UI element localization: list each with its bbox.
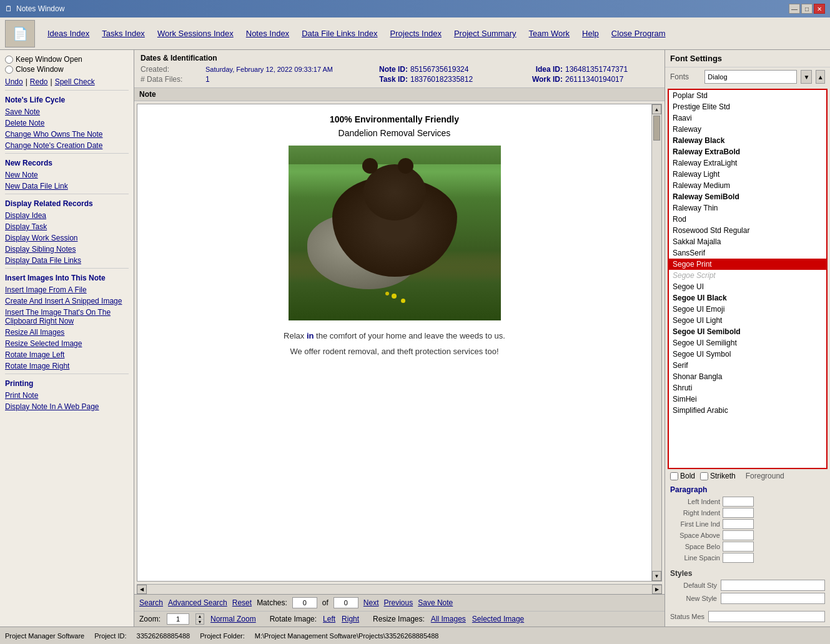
font-list-item[interactable]: Shruti [669,382,826,394]
save-note-search-link[interactable]: Save Note [418,598,453,607]
status-message-input[interactable] [708,611,825,622]
zoom-down-btn[interactable]: ▼ [196,620,204,625]
font-list-item[interactable]: Raleway SemiBold [669,191,826,202]
selected-image-link[interactable]: Selected Image [472,615,524,623]
display-task-link[interactable]: Display Task [5,222,129,232]
of-value[interactable] [333,597,358,608]
font-list-item[interactable]: Raleway [669,124,826,135]
menu-help[interactable]: Help [577,26,604,41]
font-list-item[interactable]: Raleway Thin [669,202,826,214]
zoom-input[interactable] [167,613,189,625]
close-button[interactable]: ✕ [814,4,825,14]
spell-check-link[interactable]: Spell Check [55,77,95,86]
strikethrough-checkbox[interactable]: Striketh [700,472,736,480]
close-window-option[interactable]: Close Window [5,65,129,74]
menu-close-program[interactable]: Close Program [606,26,671,41]
menu-work-sessions-index[interactable]: Work Sessions Index [152,26,239,41]
default-style-input[interactable] [721,580,825,591]
undo-link[interactable]: Undo [5,77,23,86]
font-list-item[interactable]: Raleway Light [669,169,826,180]
rotate-right-link[interactable]: Rotate Image Right [5,361,129,371]
menu-projects-index[interactable]: Projects Index [385,26,447,41]
change-creation-date-link[interactable]: Change Note's Creation Date [5,141,129,151]
font-list-item[interactable]: Segoe UI Symbol [669,349,826,360]
space-above-input[interactable] [723,530,754,540]
menu-data-file-links-index[interactable]: Data File Links Index [297,26,382,41]
keep-window-open-option[interactable]: Keep Window Open [5,55,129,64]
font-list-item[interactable]: Segoe UI Black [669,292,826,304]
zoom-spinner[interactable]: ▲ ▼ [195,613,204,625]
save-note-link[interactable]: Save Note [5,107,129,117]
menu-ideas-index[interactable]: Ideas Index [42,26,94,41]
zoom-up-btn[interactable]: ▲ [196,614,204,620]
change-owner-link[interactable]: Change Who Owns The Note [5,129,129,139]
display-sibling-notes-link[interactable]: Display Sibling Notes [5,244,129,254]
insert-clipboard-image-link[interactable]: Insert The Image That's On The Clipboard… [5,307,129,326]
strikethrough-check[interactable] [700,472,708,480]
font-list-item[interactable]: Shonar Bangla [669,371,826,382]
font-list-item[interactable]: Segoe UI Semibold [669,326,826,337]
display-idea-link[interactable]: Display Idea [5,211,129,220]
matches-value[interactable] [292,597,317,608]
new-note-link[interactable]: New Note [5,170,129,180]
font-list-item[interactable]: Raleway Black [669,135,826,146]
menu-tasks-index[interactable]: Tasks Index [97,26,150,41]
insert-image-file-link[interactable]: Insert Image From A File [5,285,129,295]
new-data-file-link[interactable]: New Data File Link [5,181,129,191]
fonts-input[interactable] [704,70,797,84]
menu-team-work[interactable]: Team Work [524,26,575,41]
close-window-radio[interactable] [5,66,13,74]
note-vertical-scrollbar[interactable]: ▲ ▼ [651,104,661,581]
font-list-item[interactable]: Raleway ExtraBold [669,146,826,157]
font-list-item[interactable]: Prestige Elite Std [669,101,826,112]
rotate-right-zoom-link[interactable]: Right [342,615,359,623]
right-indent-input[interactable] [723,508,754,518]
resize-selected-image-link[interactable]: Resize Selected Image [5,339,129,349]
font-list-item[interactable]: Rosewood Std Regular [669,225,826,236]
note-editor[interactable]: 100% Environmentally Friendly Dandelion … [137,104,651,581]
resize-all-images-link[interactable]: Resize All Images [5,327,129,337]
font-list-item[interactable]: Segoe UI Emoji [669,304,826,315]
first-line-input[interactable] [723,519,754,529]
font-list-item[interactable]: SansSerif [669,247,826,259]
maximize-button[interactable]: □ [801,4,813,14]
font-list-item[interactable]: Serif [669,360,826,371]
minimize-button[interactable]: — [789,4,800,14]
search-link[interactable]: Search [139,598,163,607]
fonts-scroll-up-btn[interactable]: ▲ [816,70,825,84]
menu-project-summary[interactable]: Project Summary [449,26,521,41]
font-list-item[interactable]: Segoe Print [669,259,826,270]
redo-link[interactable]: Redo [30,77,48,86]
reset-link[interactable]: Reset [232,598,252,607]
space-below-input[interactable] [723,542,754,552]
advanced-search-link[interactable]: Advanced Search [168,598,227,607]
font-list-item[interactable]: Rod [669,214,826,225]
bold-check[interactable] [670,472,678,480]
normal-zoom-link[interactable]: Normal Zoom [210,615,256,623]
font-list-item[interactable]: Sakkal Majalla [669,236,826,247]
font-list[interactable]: Poplar StdPrestige Elite StdRaaviRaleway… [669,90,826,468]
font-list-item[interactable]: Raavi [669,112,826,124]
rotate-left-link[interactable]: Rotate Image Left [5,350,129,360]
display-work-session-link[interactable]: Display Work Session [5,233,129,243]
font-list-item[interactable]: Raleway ExtraLight [669,157,826,169]
delete-note-link[interactable]: Delete Note [5,118,129,128]
font-list-item[interactable]: Segoe Script [669,270,826,281]
scroll-left-btn[interactable]: ◀ [137,585,147,594]
previous-link[interactable]: Previous [384,598,413,607]
line-spacing-input[interactable] [723,553,754,563]
keep-window-radio[interactable] [5,56,13,64]
new-style-input[interactable] [721,593,825,604]
display-data-file-links-link[interactable]: Display Data File Links [5,255,129,265]
left-indent-input[interactable] [723,497,754,507]
fonts-dropdown-btn[interactable]: ▼ [801,70,812,84]
font-list-item[interactable]: Raleway Medium [669,180,826,191]
note-horizontal-scrollbar[interactable]: ◀ ▶ [137,584,662,594]
font-list-item[interactable]: Segoe UI Semilight [669,337,826,349]
print-note-link[interactable]: Print Note [5,390,129,400]
font-list-item[interactable]: SimHei [669,394,826,405]
all-images-link[interactable]: All Images [431,615,466,623]
font-list-item[interactable]: Simplified Arabic [669,405,826,416]
scroll-thumb[interactable] [653,116,660,141]
scroll-right-btn[interactable]: ▶ [652,585,662,594]
